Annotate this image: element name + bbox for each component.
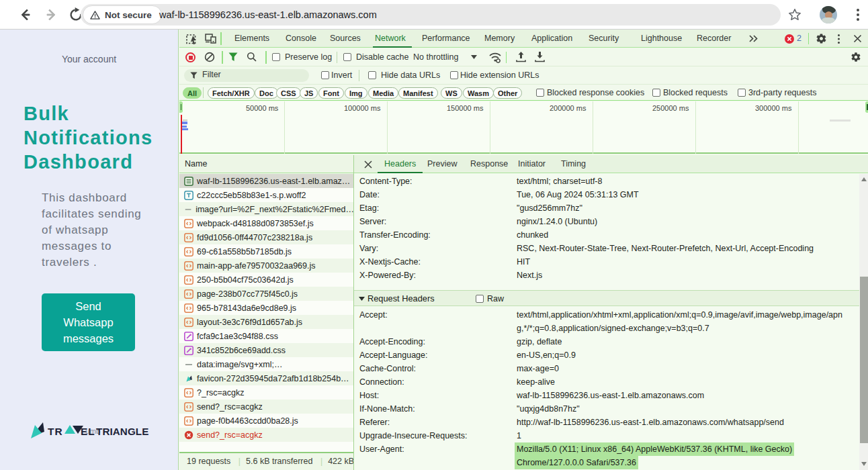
svg-text:TRIANGLE: TRIANGLE <box>96 426 148 437</box>
svg-text:TR: TR <box>48 426 63 437</box>
